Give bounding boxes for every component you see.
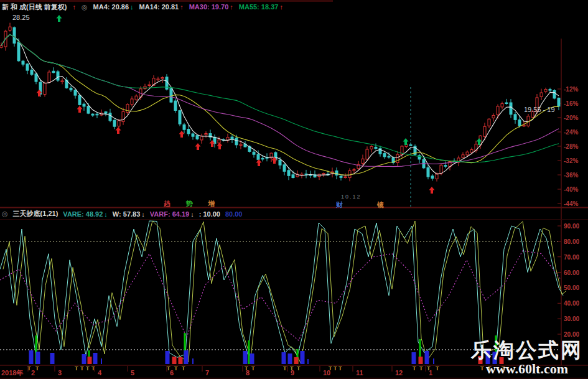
svg-text:30.00: 30.00 <box>564 316 579 322</box>
watermark-site-name: 乐淘公式网 <box>471 340 583 362</box>
svg-text:T: T <box>174 365 178 372</box>
svg-text:T: T <box>182 365 185 372</box>
svg-text:T: T <box>334 365 337 372</box>
svg-text:T: T <box>283 365 287 372</box>
svg-text:50.00: 50.00 <box>564 284 579 291</box>
svg-text:T: T <box>86 365 90 372</box>
svg-text:80.00: 80.00 <box>564 238 579 245</box>
up-arrow-icon: ↑ <box>230 3 233 11</box>
svg-text:70.00: 70.00 <box>564 254 579 261</box>
varf-value: VARF: 64.19 ↓ <box>150 210 194 218</box>
w-value: W: 57.83 ↓ <box>113 210 145 218</box>
site-watermark: 乐淘公式网 www.60lt.com <box>471 340 583 376</box>
top-status-bar: 新 和 成(日线 前复权) ↑ ◎ MA4: 20.86 ↓ MA14: 20.… <box>0 2 588 12</box>
down-arrow-icon: ↓ <box>104 210 108 218</box>
circle-icon[interactable]: ◎ <box>82 3 88 11</box>
ma14-value: MA14: 20.81 ↑ <box>139 3 184 11</box>
x-axis-label: 11 <box>356 369 363 377</box>
x-axis-label: 7 <box>205 369 209 377</box>
green-arrow-icon <box>57 15 62 22</box>
x-axis-label: 8 <box>246 369 250 377</box>
svg-text:T: T <box>436 365 439 372</box>
stock-chart[interactable]: -12%-16%-20%-24%-28%-32%-36%-40%-44%90.0… <box>0 0 588 379</box>
svg-text:-24%: -24% <box>564 129 578 136</box>
svg-text:-36%: -36% <box>564 172 578 179</box>
x-axis-label: 3 <box>58 369 62 377</box>
buy-arrow-icon <box>116 127 121 134</box>
svg-text:90.00: 90.00 <box>564 223 579 230</box>
svg-text:T: T <box>413 365 416 372</box>
svg-text:T: T <box>419 365 423 372</box>
down-arrow-icon: ↓ <box>130 3 134 11</box>
high-price-label: 28.25 <box>12 14 30 21</box>
faint-watermark-text: 10.12 <box>341 194 362 200</box>
trading-app-window: -12%-16%-20%-24%-28%-32%-36%-40%-44%90.0… <box>0 0 588 379</box>
x-axis-label: 5 <box>131 369 134 377</box>
ref-low-value: : 10.00 <box>199 210 220 218</box>
buy-arrow-icon <box>217 143 223 149</box>
down-arrow-icon: ↓ <box>141 210 145 218</box>
svg-text:-16%: -16% <box>564 100 578 107</box>
buy-arrow-icon <box>256 159 262 166</box>
x-axis-label: 9 <box>291 369 294 377</box>
x-axis-label: 2 <box>31 369 35 377</box>
svg-text:-44%: -44% <box>564 200 578 207</box>
svg-text:T: T <box>75 365 78 372</box>
x-axis-label: 10 <box>323 369 330 377</box>
svg-text:60.00: 60.00 <box>564 269 579 276</box>
signal-arrows-group <box>37 15 482 194</box>
x-axis-label: 6 <box>170 369 174 377</box>
svg-text:T: T <box>338 365 342 372</box>
svg-text:T: T <box>251 365 255 372</box>
svg-text:T: T <box>35 365 39 372</box>
svg-text:-40%: -40% <box>564 186 578 193</box>
stock-title: 新 和 成(日线 前复权) <box>2 2 67 12</box>
up-arrow-icon: ↑ <box>180 3 184 11</box>
buy-arrow-icon <box>195 143 201 150</box>
buy-arrow-icon <box>429 187 435 194</box>
vare-value: VARE: 48.92 ↓ <box>63 210 108 218</box>
x-axis-label: 12 <box>395 369 403 377</box>
x-axis-label: 2018年 <box>1 369 23 377</box>
svg-text:T: T <box>80 365 84 372</box>
svg-text:20.00: 20.00 <box>564 331 579 338</box>
ma55-value: MA55: 18.37 ↑ <box>239 3 283 11</box>
up-arrow-icon: ↑ <box>279 3 283 11</box>
svg-text:40.00: 40.00 <box>564 300 579 307</box>
ma30-value: MA30: 19.70 ↑ <box>189 3 233 11</box>
trend-up-arrow-icon: ↑ <box>73 3 77 11</box>
circle-icon[interactable]: ◎ <box>2 210 8 218</box>
svg-text:-20%: -20% <box>564 115 578 121</box>
svg-text:-12%: -12% <box>564 86 578 93</box>
ref-high-value: 80.00 <box>225 210 243 218</box>
svg-text:T: T <box>297 365 301 372</box>
svg-text:-32%: -32% <box>564 157 578 164</box>
x-axis-label: 4 <box>98 369 102 377</box>
last-price-label: 19.55 - 19 <box>524 106 555 113</box>
ma4-value: MA4: 20.86 ↓ <box>93 3 134 11</box>
buy-arrow-icon <box>77 106 83 113</box>
watermark-site-url: www.60lt.com <box>471 362 583 376</box>
indicator-title: 三天抄底(1,21) <box>13 209 58 218</box>
svg-text:-28%: -28% <box>564 143 578 150</box>
x-axis-label: 1 <box>429 369 432 377</box>
indicator-header-bar: ◎ 三天抄底(1,21) VARE: 48.92 ↓ W: 57.83 ↓ VA… <box>0 209 588 218</box>
candles-group <box>0 23 560 182</box>
buy-arrow-icon <box>179 131 185 138</box>
down-arrow-icon: ↓ <box>190 210 194 218</box>
oscillator-right-axis: 90.0080.0070.0060.0050.0040.0030.0020.00 <box>558 223 579 338</box>
